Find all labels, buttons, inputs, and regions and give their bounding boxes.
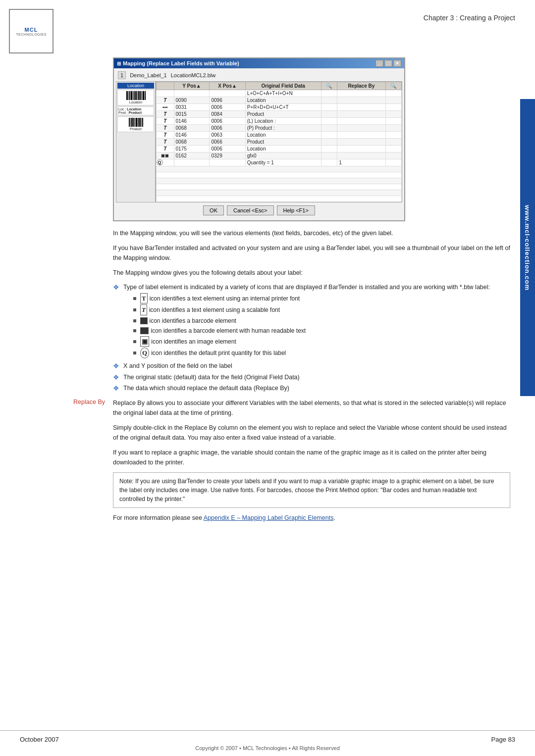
barcode-line [130,118,131,127]
bullet-item: ❖ The original static (default) data for… [113,373,510,382]
toolbar-label: Demo_Label_1 [130,72,167,78]
row-extra [385,125,402,132]
row-icon: T [157,97,174,104]
sub-bullet-marker [133,352,136,354]
bullet-item: ❖ The data which should replace the defa… [113,384,510,393]
window-main: Location [116,81,402,202]
maximize-button[interactable]: □ [384,60,392,67]
col-icon [157,82,174,90]
page-footer: October 2007 Page 83 Copyright © 2007 • … [0,730,535,756]
barcode-line [142,118,143,127]
window-title: Mapping (Replace Label Fields with Varia… [123,60,239,66]
table-row: T 0090 0096 Location [157,97,402,104]
table-row: T 0068 0006 (P) Product : [157,125,402,132]
barcode-lines [126,91,146,100]
col-xpos: X Pos▲ [210,82,245,90]
mapping-window: ⊞ Mapping (Replace Label Fields with Var… [113,57,405,221]
footer-inner: October 2007 Page 83 [20,736,515,743]
replace-by-label: Replace By [73,399,105,405]
row-extra [385,139,402,146]
row-xpos: 0329 [210,152,245,159]
col-replace: Replace By [337,82,385,90]
row-replace-val [337,118,385,125]
col-ypos: Y Pos▲ [174,82,210,90]
barcode-line [134,91,135,100]
q-icon: Q [140,348,149,358]
table-row-empty [157,172,402,178]
ok-button[interactable]: OK [203,205,224,215]
row-xpos: 0006 [210,118,245,125]
window-toolbar: 1 Demo_Label_1 LocationMCL2.blw [116,70,402,80]
row-original: Location [245,132,321,139]
barcode-preview: Location [117,90,154,105]
row-original: Product [245,111,321,118]
row-xpos: 0084 [210,111,245,118]
barcode-line [133,91,133,100]
label-preview: Location [116,81,156,202]
toolbar-file: LocationMCL2.blw [171,72,216,78]
barcode-line [133,118,134,127]
logo: MCL TECHNOLOGIES [9,9,54,53]
row-xpos: 0006 [210,104,245,111]
barcode-line [143,91,144,100]
help-button[interactable]: Help <F1> [277,205,315,215]
note-box: Note: If you are using BarTender to crea… [113,472,510,508]
row-xpos: 0096 [210,97,245,104]
t-scalable-icon: T [140,304,147,315]
row-icon: T [157,132,174,139]
barcode-line [138,91,140,100]
replace-by-section: Replace By Replace By allows you to asso… [9,398,510,528]
screenshot-container: ⊞ Mapping (Replace Label Fields with Var… [113,57,510,221]
minimize-button[interactable]: _ [375,60,383,67]
row-ypos: 0090 [174,97,210,104]
appendix-link[interactable]: Appendix E – Mapping Label Graphic Eleme… [204,514,334,521]
row-replace-val [337,139,385,146]
row-ypos [174,90,210,97]
row-original: Location [245,97,321,104]
row-xpos [210,159,245,166]
body-para2: If you have BarTender installed and acti… [113,243,510,263]
barcode-line [140,91,141,100]
body-section: In the Mapping window, you will see the … [113,228,510,393]
row-ypos: 0031 [174,104,210,111]
row-xpos: 0006 [210,125,245,132]
row-original: Location [245,146,321,152]
row-extra [385,146,402,152]
row-ypos: 0068 [174,139,210,146]
barcode-line [131,91,132,100]
watermark-text: www.mcl-collection.com [524,204,532,290]
col-search2: 🔍 [385,82,402,90]
row-ypos: 0146 [174,118,210,125]
window-titlebar: ⊞ Mapping (Replace Label Fields with Var… [114,58,404,68]
row-extra [385,111,402,118]
barcode-text: Location [129,101,142,104]
row-original: L+O+C+A+T+I+O+N [245,90,321,97]
row-replace-val [337,152,385,159]
window-controls[interactable]: _ □ ✕ [375,60,401,67]
row-original: Product [245,139,321,146]
barcode-line [139,118,141,127]
table-row: T 0146 0006 (L) Location : [157,118,402,125]
close-button[interactable]: ✕ [393,60,401,67]
replace-by-para2: Simply double-click in the Replace By co… [113,423,510,443]
row-replace-val [337,97,385,104]
row-ypos: 0015 [174,111,210,118]
barcode-line [138,118,139,127]
row-extra [385,159,402,166]
table-row: T 0015 0084 Product [157,111,402,118]
barcode-line [137,91,138,100]
cancel-button[interactable]: Cancel <Esc> [227,205,273,215]
col-search: 🔍 [321,82,337,90]
barcode-line [135,91,137,100]
product-barcode-lines [129,118,143,127]
table-area: Y Pos▲ X Pos▲ Original Field Data 🔍 Repl… [156,81,402,202]
table-row: T 0068 0066 Product [157,139,402,146]
sub-bullet-item: T icon identifies a text element using a… [133,293,490,304]
row-replace [321,111,337,118]
row-replace-val [337,132,385,139]
row-replace-val [337,90,385,97]
label-text-row: Loc : Location Prod : Product [117,106,154,115]
row-icon: T [157,146,174,152]
bullet-text: The original static (default) data for t… [123,373,300,382]
row-icon: T [157,111,174,118]
